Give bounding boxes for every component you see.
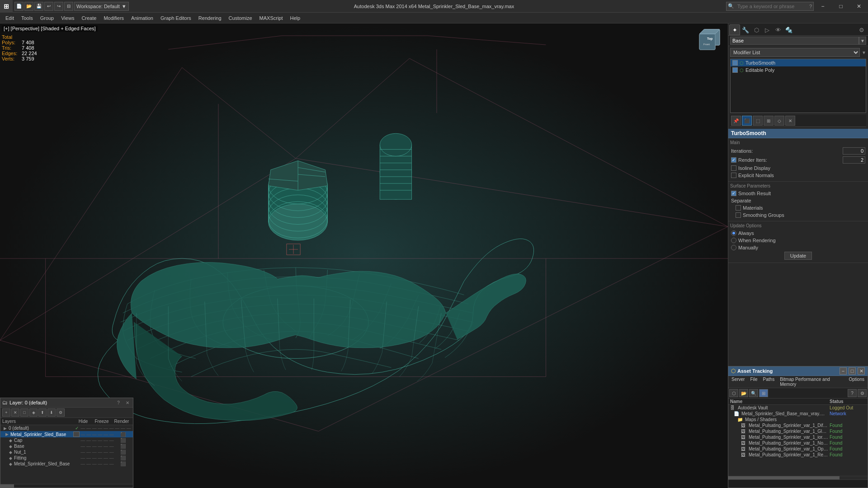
manually-radio[interactable]: [731, 245, 736, 250]
modifier-editpoly[interactable]: ⬡ Editable Poly: [731, 66, 866, 74]
layer-scrollbar[interactable]: [0, 484, 133, 488]
turbosmooth-checkbox[interactable]: [732, 60, 738, 66]
asset-btn-3[interactable]: 🔍: [749, 389, 758, 397]
menu-animation[interactable]: Animation: [127, 14, 157, 22]
menu-tools[interactable]: Tools: [18, 14, 37, 22]
asset-btn-2[interactable]: 📂: [739, 389, 748, 397]
asset-item-opp[interactable]: 🖼 Metal_Pulsating_Sprinkler_var_1_Opp.pn…: [728, 446, 868, 452]
menu-help[interactable]: Help: [287, 14, 304, 22]
nav-cube[interactable]: Top Front: [697, 27, 724, 54]
update-button[interactable]: Update: [784, 252, 812, 260]
menu-graph-editors[interactable]: Graph Editors: [157, 14, 195, 22]
layer-item-default[interactable]: ▶ 0 (default) ✓ — — — — — — — — —: [0, 425, 133, 431]
close-btn[interactable]: ✕: [850, 0, 868, 13]
modifier-list-dropdown[interactable]: Modifier List: [730, 48, 860, 57]
redo-btn[interactable]: ↪: [54, 2, 63, 11]
layer-new-btn[interactable]: □: [20, 408, 28, 417]
layer-props-btn[interactable]: ⚙: [57, 408, 65, 417]
undo-btn[interactable]: ↩: [44, 2, 53, 11]
menu-edit[interactable]: Edit: [2, 14, 18, 22]
asset-menu-server[interactable]: Server: [729, 376, 747, 387]
asset-item-maps[interactable]: 📁 Maps / Shaders: [728, 417, 868, 422]
viewport-label[interactable]: [+] [Perspective] [Shaded + Edged Faces]: [2, 25, 98, 32]
layer-item-nut[interactable]: ◆ Nut_1 — — — — — — ⬛: [0, 449, 133, 455]
menu-maxscript[interactable]: MAXScript: [256, 14, 287, 22]
tab-create[interactable]: ✦: [729, 24, 740, 35]
asset-item-diffuse[interactable]: 🖼 Metal_Pulsating_Sprinkler_var_1_Diffus…: [728, 422, 868, 428]
smooth-result-checkbox[interactable]: [731, 191, 736, 196]
layer-add-btn[interactable]: +: [2, 408, 10, 417]
asset-item-vault[interactable]: 🗄 Autodesk Vault Logged Out: [728, 405, 868, 411]
base-dropdown-arrow[interactable]: ▼: [859, 37, 866, 45]
menu-views[interactable]: Views: [57, 14, 78, 22]
search-box[interactable]: 🔍 ?: [726, 2, 814, 11]
asset-maximize-btn[interactable]: □: [849, 367, 856, 375]
layer-help-btn[interactable]: ?: [115, 399, 122, 406]
menu-modifiers[interactable]: Modifiers: [100, 14, 127, 22]
layer-item-sled[interactable]: ▶ Metal_Sprinkler_Sled_Base — — — — — — …: [0, 431, 133, 437]
layer-item-sled2[interactable]: ◆ Metal_Sprinkler_Sled_Base — — — — — — …: [0, 461, 133, 467]
editpoly-checkbox[interactable]: [732, 67, 738, 73]
always-radio[interactable]: [731, 230, 736, 236]
layer-move-btn[interactable]: ⬆: [38, 408, 47, 417]
materials-checkbox[interactable]: [736, 205, 741, 211]
tab-display[interactable]: 👁: [773, 24, 783, 35]
undo2-btn[interactable]: ⊟: [64, 2, 73, 11]
layer-close-btn[interactable]: ✕: [124, 399, 131, 406]
settings-tab[interactable]: ⚙: [856, 24, 867, 35]
isoline-checkbox[interactable]: [731, 165, 736, 171]
smoothing-groups-checkbox[interactable]: [736, 212, 741, 218]
menu-rendering[interactable]: Rendering: [195, 14, 225, 22]
layer-item-cap[interactable]: ◆ Cap — — — — — — ⬛: [0, 437, 133, 443]
asset-menu-paths[interactable]: Paths: [760, 376, 778, 387]
mod-remove-btn[interactable]: ✕: [785, 116, 795, 126]
tab-hierarchy[interactable]: ⬡: [751, 24, 762, 35]
render-iters-input[interactable]: [843, 156, 865, 164]
tab-utilities[interactable]: 🔩: [783, 24, 794, 35]
save-btn[interactable]: 💾: [34, 2, 43, 11]
asset-help-btn[interactable]: ?: [848, 389, 857, 397]
asset-item-normal[interactable]: 🖼 Metal_Pulsating_Sprinkler_var_1_Normal…: [728, 440, 868, 446]
asset-item-ior[interactable]: 🖼 Metal_Pulsating_Sprinkler_var_1_ior.pn…: [728, 434, 868, 440]
asset-settings-btn[interactable]: ⚙: [858, 389, 867, 397]
asset-item-max[interactable]: 📄 Metal_Sprinkler_Sled_Base_max_vray.max…: [728, 411, 868, 417]
asset-menu-options[interactable]: Options: [846, 376, 867, 387]
asset-scrollbar[interactable]: [728, 476, 868, 479]
asset-btn-1[interactable]: ⬡: [729, 389, 738, 397]
menu-customize[interactable]: Customize: [225, 14, 256, 22]
when-rendering-radio[interactable]: [731, 238, 736, 243]
modifier-arrow[interactable]: ▼: [862, 50, 866, 55]
layer-item-base[interactable]: ◆ Base — — — — — — ⬛: [0, 443, 133, 449]
new-btn[interactable]: 📄: [14, 2, 24, 11]
layer-item-fitting[interactable]: ◆ Fitting — — — — — — ⬛: [0, 455, 133, 461]
mod-wire-btn[interactable]: ⬚: [753, 116, 763, 126]
explicit-normals-checkbox[interactable]: [731, 173, 736, 178]
layer-move-down-btn[interactable]: ⬇: [47, 408, 56, 417]
mod-active-btn[interactable]: ⬛: [742, 116, 752, 126]
asset-btn-4[interactable]: ⊞: [759, 389, 768, 397]
asset-minimize-btn[interactable]: −: [840, 367, 847, 375]
asset-menu-bitmap[interactable]: Bitmap Performance and Memory: [777, 376, 846, 387]
tab-motion[interactable]: ▷: [762, 24, 773, 35]
layer-select-btn[interactable]: ◈: [29, 408, 38, 417]
base-input[interactable]: [730, 37, 859, 45]
render-iters-checkbox[interactable]: [731, 157, 736, 163]
asset-item-reflection[interactable]: 🖼 Metal_Pulsating_Sprinkler_var_1_Reflec…: [728, 452, 868, 458]
modifier-turbosmooth[interactable]: ⬡ TurboSmooth: [731, 59, 866, 66]
open-btn[interactable]: 📂: [24, 2, 33, 11]
maximize-btn[interactable]: □: [832, 0, 850, 13]
search-input[interactable]: [736, 4, 808, 9]
mod-show-end-btn[interactable]: ⊞: [764, 116, 774, 126]
mod-pin-btn[interactable]: 📌: [731, 116, 741, 126]
tab-modify[interactable]: 🔧: [740, 24, 751, 35]
asset-close-btn[interactable]: ✕: [858, 367, 865, 375]
asset-menu-file[interactable]: File: [747, 376, 760, 387]
mod-unique-btn[interactable]: ◇: [774, 116, 784, 126]
menu-create[interactable]: Create: [78, 14, 100, 22]
menu-group[interactable]: Group: [37, 14, 58, 22]
workspace-dropdown[interactable]: Workspace: Default ▼: [74, 2, 129, 11]
asset-item-glossiness[interactable]: 🖼 Metal_Pulsating_Sprinkler_var_1_Glossi…: [728, 428, 868, 434]
minimize-btn[interactable]: −: [814, 0, 832, 13]
iterations-input[interactable]: [843, 147, 865, 155]
layer-delete-btn[interactable]: ✕: [11, 408, 19, 417]
